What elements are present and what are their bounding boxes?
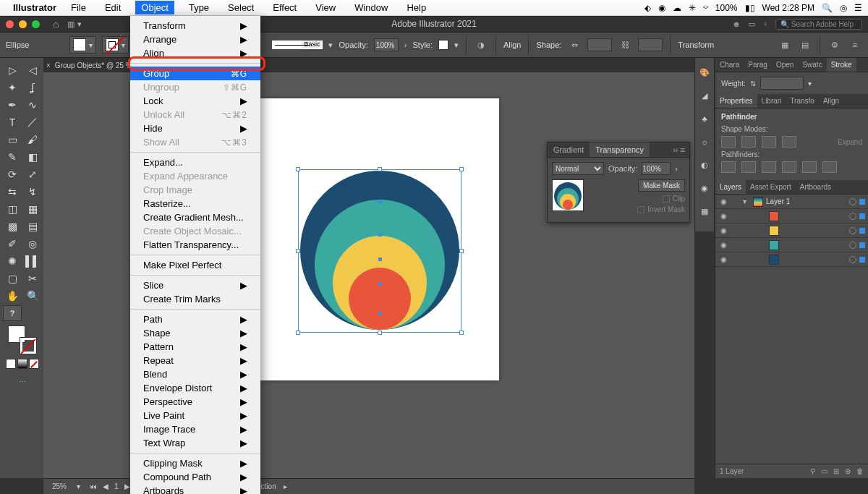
fill-dropdown[interactable]: ▾ bbox=[69, 36, 96, 54]
blend-mode-select[interactable]: Normal bbox=[552, 162, 604, 175]
selection-handle[interactable] bbox=[378, 331, 382, 335]
anchor-point[interactable] bbox=[378, 312, 382, 315]
mesh-tool-icon[interactable]: ▩ bbox=[3, 218, 22, 234]
brushes-panel-icon[interactable]: ☼ bbox=[697, 135, 712, 149]
menu-item-image-trace[interactable]: Image Trace▶ bbox=[130, 422, 260, 436]
paintbrush-tool-icon[interactable]: 🖌 bbox=[23, 132, 42, 148]
graphic-style-swatch[interactable] bbox=[438, 40, 448, 50]
pen-tool-icon[interactable]: ✒ bbox=[3, 97, 22, 113]
menu-item-path[interactable]: Path▶ bbox=[130, 312, 260, 326]
panel-tab-swatc[interactable]: Swatc bbox=[798, 58, 826, 72]
curvature-tool-icon[interactable]: ∿ bbox=[23, 97, 42, 113]
shape-width-input[interactable] bbox=[587, 38, 612, 51]
selection-handle[interactable] bbox=[378, 167, 382, 171]
panel-tab-align[interactable]: Align bbox=[819, 94, 843, 108]
locate-object-icon[interactable]: ⚲ bbox=[810, 467, 815, 475]
gradient-tab[interactable]: Gradient bbox=[548, 142, 590, 157]
sync-icon[interactable]: ☁ bbox=[673, 3, 681, 13]
home-icon[interactable]: ⌂ bbox=[53, 18, 59, 30]
direct-selection-tool-icon[interactable]: ◁ bbox=[23, 62, 42, 78]
panel-tab-properties[interactable]: Properties bbox=[715, 94, 757, 108]
brush-definition[interactable]: Basic bbox=[272, 41, 323, 49]
preferences-icon[interactable]: ⚙ bbox=[827, 38, 842, 52]
crop-icon[interactable] bbox=[782, 161, 796, 173]
layer-row[interactable]: ◉ bbox=[715, 238, 868, 252]
transparency-tab[interactable]: Transparency bbox=[590, 142, 650, 157]
eraser-tool-icon[interactable]: ◧ bbox=[23, 149, 42, 165]
scale-tool-icon[interactable]: ⤢ bbox=[23, 166, 42, 182]
panel-tab-chara[interactable]: Chara bbox=[715, 58, 744, 72]
graphic-styles-panel-icon[interactable]: ▦ bbox=[697, 204, 712, 218]
selection-tool-icon[interactable]: ▷ bbox=[3, 62, 22, 78]
delete-layer-icon[interactable]: 🗑 bbox=[856, 467, 864, 475]
menu-item-hide[interactable]: Hide▶ bbox=[130, 122, 260, 135]
wifi-icon[interactable]: ⌔ bbox=[703, 3, 708, 13]
hand-tool-icon[interactable]: ✋ bbox=[3, 288, 22, 304]
menu-item-align[interactable]: Align▶ bbox=[130, 46, 260, 60]
fill-stroke-proxy[interactable] bbox=[8, 325, 37, 354]
menu-item-rasterize-[interactable]: Rasterize... bbox=[130, 197, 260, 210]
perspective-tool-icon[interactable]: ▦ bbox=[23, 201, 42, 217]
menu-file[interactable]: File bbox=[67, 1, 90, 14]
blend-tool-icon[interactable]: ◎ bbox=[23, 236, 42, 252]
layer-row[interactable]: ◉ bbox=[715, 209, 868, 223]
panel-tab-layers[interactable]: Layers bbox=[715, 180, 746, 194]
menu-item-lock[interactable]: Lock▶ bbox=[130, 94, 260, 108]
minimize-window-icon[interactable] bbox=[19, 20, 27, 28]
menu-item-create-gradient-mesh-[interactable]: Create Gradient Mesh... bbox=[130, 210, 260, 224]
menu-effect[interactable]: Effect bbox=[268, 1, 301, 14]
align-pixel-icon[interactable]: ▤ bbox=[798, 38, 812, 52]
artboard[interactable] bbox=[260, 98, 499, 380]
menu-edit[interactable]: Edit bbox=[101, 1, 125, 14]
layer-row[interactable]: ◉ bbox=[715, 223, 868, 238]
anchor-point[interactable] bbox=[378, 200, 382, 204]
selection-handle[interactable] bbox=[459, 167, 464, 171]
transparency-panel[interactable]: Gradient Transparency ›› ≡ Normal Opacit… bbox=[547, 142, 690, 223]
link-wh-icon[interactable]: ⛓ bbox=[618, 38, 632, 52]
minus-front-icon[interactable] bbox=[741, 136, 756, 148]
cc-icon[interactable]: ◉ bbox=[658, 3, 665, 13]
menu-item-repeat[interactable]: Repeat▶ bbox=[130, 354, 260, 367]
anchor-point[interactable] bbox=[378, 282, 382, 286]
menu-item-compound-path[interactable]: Compound Path▶ bbox=[130, 470, 260, 484]
menu-item-artboards[interactable]: Artboards▶ bbox=[130, 484, 260, 494]
isolate-icon[interactable]: ▦ bbox=[778, 38, 792, 52]
target-icon[interactable] bbox=[849, 242, 856, 249]
exclude-icon[interactable] bbox=[782, 136, 796, 148]
target-icon[interactable] bbox=[849, 227, 856, 234]
shape-height-input[interactable] bbox=[638, 38, 663, 51]
slice-tool-icon[interactable]: ✂ bbox=[23, 271, 42, 286]
lasso-tool-icon[interactable]: ʆ bbox=[23, 80, 42, 95]
panel-tab-open[interactable]: Open bbox=[772, 58, 798, 72]
rotate-tool-icon[interactable]: ⟳ bbox=[3, 166, 22, 182]
selection-handle[interactable] bbox=[296, 331, 300, 335]
magic-wand-tool-icon[interactable]: ✦ bbox=[3, 80, 22, 95]
new-sublayer-icon[interactable]: ⊞ bbox=[833, 467, 839, 475]
outline-icon[interactable] bbox=[802, 161, 817, 173]
column-graph-tool-icon[interactable]: ▌▌ bbox=[23, 253, 42, 269]
menu-object[interactable]: Object bbox=[135, 1, 174, 14]
menu-window[interactable]: Window bbox=[350, 1, 392, 14]
panel-menu-icon[interactable]: ≡ bbox=[848, 38, 862, 52]
twisty-icon[interactable]: ▾ bbox=[743, 197, 750, 205]
layer-row[interactable]: ◉ bbox=[715, 252, 868, 267]
weight-stepper-icon[interactable]: ⇅ bbox=[750, 80, 756, 88]
panel-tab-librari[interactable]: Librari bbox=[757, 94, 786, 108]
menu-item-text-wrap[interactable]: Text Wrap▶ bbox=[130, 436, 260, 450]
menu-item-blend[interactable]: Blend▶ bbox=[130, 367, 260, 381]
stroke-weight-input[interactable] bbox=[760, 77, 804, 90]
user-icon[interactable]: ☻ bbox=[732, 20, 741, 28]
panel-expand-icon[interactable]: ›› ≡ bbox=[668, 142, 689, 157]
make-mask-button[interactable]: Make Mask bbox=[638, 179, 685, 192]
shape-width-icon[interactable]: ⇔ bbox=[567, 38, 582, 52]
transparency-thumbnail[interactable] bbox=[552, 179, 584, 211]
menu-item-perspective[interactable]: Perspective▶ bbox=[130, 395, 260, 409]
edit-toolbar-icon[interactable]: ? bbox=[3, 305, 22, 321]
battery-icon[interactable]: ▮▯ bbox=[745, 3, 755, 13]
menu-item-slice[interactable]: Slice▶ bbox=[130, 278, 260, 292]
selection-handle[interactable] bbox=[459, 331, 464, 335]
panel-tab-transfo[interactable]: Transfo bbox=[786, 94, 819, 108]
panel-tab-parag[interactable]: Parag bbox=[744, 58, 772, 72]
menu-item-live-paint[interactable]: Live Paint▶ bbox=[130, 409, 260, 422]
panel-tab-stroke[interactable]: Stroke bbox=[827, 58, 856, 72]
